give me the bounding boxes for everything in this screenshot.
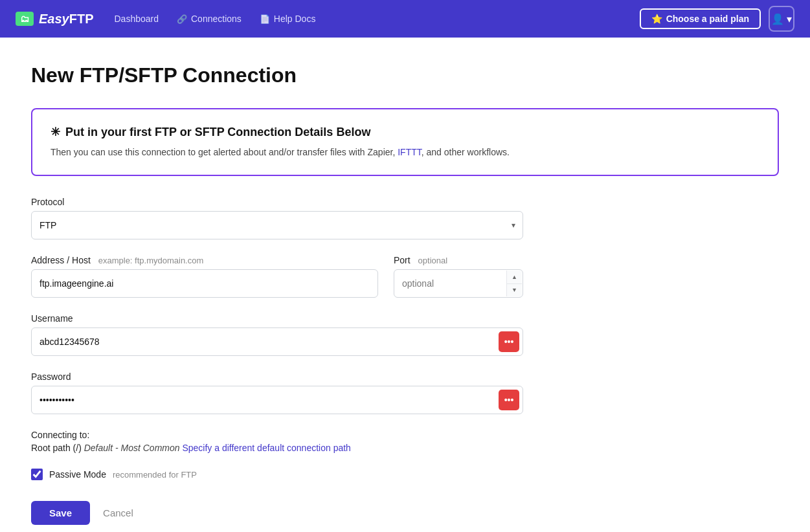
address-port-row: Address / Host example: ftp.mydomain.com… (31, 255, 523, 298)
connection-form: Protocol FTP SFTP ▾ Address / Host examp… (31, 197, 523, 525)
username-input[interactable] (31, 327, 523, 356)
nav-connections-label: Connections (191, 14, 242, 24)
address-placeholder-note: example: ftp.mydomain.com (98, 256, 204, 265)
protocol-select[interactable]: FTP SFTP (31, 211, 523, 239)
navbar: 🗂 EasyFTP Dashboard 🔗 Connections 📄 Help… (0, 0, 810, 38)
logo-text: EasyFTP (39, 12, 94, 27)
form-buttons: Save Cancel (31, 501, 523, 525)
address-label: Address / Host example: ftp.mydomain.com (31, 255, 378, 265)
connections-icon: 🔗 (177, 14, 187, 24)
connecting-label: Connecting to: (31, 430, 523, 440)
connecting-path-label: Root path (/) (31, 443, 84, 453)
username-label: Username (31, 313, 523, 324)
sparkle-icon: ✳ (51, 125, 60, 139)
password-group: Password ••• (31, 371, 523, 414)
paid-plan-button[interactable]: ⭐ Choose a paid plan (640, 8, 761, 29)
info-box-text-after: , and other workflows. (422, 147, 510, 157)
port-increment-button[interactable]: ▲ (507, 271, 522, 284)
username-group: Username ••• (31, 313, 523, 356)
passive-mode-note: recommended for FTP (113, 470, 197, 480)
info-box-text-before: Then you can use this connection to get … (51, 147, 398, 157)
address-group: Address / Host example: ftp.mydomain.com (31, 255, 378, 298)
protocol-label: Protocol (31, 197, 523, 207)
port-decrement-button[interactable]: ▼ (507, 284, 522, 297)
main-content: New FTP/SFTP Connection ✳ Put in your fi… (0, 38, 810, 532)
info-box: ✳ Put in your first FTP or SFTP Connecti… (31, 108, 779, 176)
port-input-wrapper: ▲ ▼ (394, 269, 523, 298)
protocol-group: Protocol FTP SFTP ▾ (31, 197, 523, 239)
cancel-button[interactable]: Cancel (100, 501, 136, 525)
port-spinners: ▲ ▼ (506, 271, 522, 296)
nav-right: ⭐ Choose a paid plan 👤 ▾ (640, 6, 794, 32)
paid-plan-label: Choose a paid plan (666, 14, 749, 24)
connecting-to-section: Connecting to: Root path (/) Default - M… (31, 430, 523, 453)
nav-dashboard-label: Dashboard (115, 14, 159, 24)
nav-links: Dashboard 🔗 Connections 📄 Help Docs (115, 14, 619, 24)
nav-help-docs[interactable]: 📄 Help Docs (260, 14, 316, 24)
username-action-button[interactable]: ••• (499, 331, 519, 352)
port-group: Port optional ▲ ▼ (394, 255, 523, 298)
nav-dashboard[interactable]: Dashboard (115, 14, 159, 24)
passive-mode-row: Passive Mode recommended for FTP (31, 469, 523, 480)
user-avatar-button[interactable]: 👤 ▾ (769, 6, 794, 32)
chevron-down-icon: ▾ (787, 13, 792, 25)
password-action-button[interactable]: ••• (499, 390, 519, 410)
nav-help-docs-label: Help Docs (274, 14, 316, 24)
password-input[interactable] (31, 386, 523, 414)
connecting-path: Root path (/) Default - Most Common Spec… (31, 443, 523, 453)
app-logo[interactable]: 🗂 EasyFTP (16, 12, 94, 27)
dots-icon: ••• (504, 395, 514, 405)
save-button[interactable]: Save (31, 501, 90, 525)
password-label: Password (31, 371, 523, 382)
nav-connections[interactable]: 🔗 Connections (177, 14, 242, 24)
password-input-wrapper: ••• (31, 386, 523, 414)
passive-mode-checkbox[interactable] (31, 469, 43, 480)
port-placeholder-note: optional (418, 256, 448, 265)
info-box-title-text: Put in your first FTP or SFTP Connection… (65, 126, 370, 139)
help-doc-icon: 📄 (260, 14, 270, 24)
protocol-select-wrapper: FTP SFTP ▾ (31, 211, 523, 239)
logo-icon: 🗂 (16, 12, 34, 26)
logo-easy: Easy (39, 12, 69, 26)
user-icon: 👤 (771, 13, 784, 25)
port-input[interactable] (394, 269, 523, 298)
address-input[interactable] (31, 269, 378, 298)
page-title: New FTP/SFTP Connection (31, 63, 779, 87)
passive-mode-label[interactable]: Passive Mode (49, 469, 106, 480)
star-icon: ⭐ (651, 14, 662, 24)
logo-ftp: FTP (69, 12, 94, 26)
info-box-text: Then you can use this connection to get … (51, 146, 759, 159)
info-box-title: ✳ Put in your first FTP or SFTP Connecti… (51, 125, 759, 139)
ifttt-link[interactable]: IFTTT (398, 147, 422, 157)
connecting-path-default: Default - Most Common (84, 443, 180, 453)
specify-path-link[interactable]: Specify a different default connection p… (182, 443, 350, 453)
dots-icon: ••• (504, 337, 514, 347)
port-label: Port optional (394, 255, 523, 265)
username-input-wrapper: ••• (31, 327, 523, 356)
